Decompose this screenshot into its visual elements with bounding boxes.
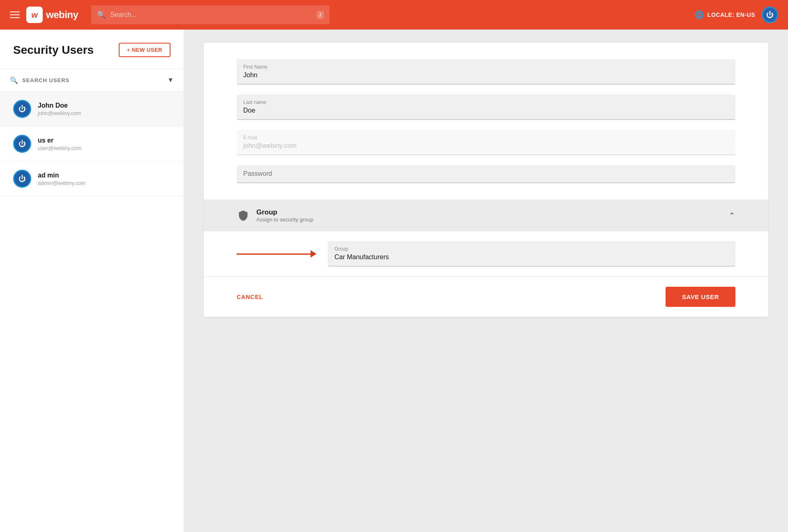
avatar: ⏻ <box>13 135 31 153</box>
group-section-title: Group <box>256 208 313 216</box>
last-name-field[interactable]: Last name <box>237 94 735 120</box>
avatar: ⏻ <box>13 100 31 118</box>
red-arrow-indicator <box>237 250 316 258</box>
email-input[interactable] <box>243 142 729 150</box>
form-footer: CANCEL SAVE USER <box>204 276 768 317</box>
power-button[interactable]: ⏻ <box>762 7 778 23</box>
page-title: Security Users <box>13 44 94 57</box>
password-field-group <box>237 165 735 183</box>
email-label: E-mail <box>243 135 729 140</box>
user-list-item[interactable]: ⏻ John Doe john@webiny.com <box>0 92 184 127</box>
cancel-button[interactable]: CANCEL <box>237 289 263 305</box>
first-name-field[interactable]: First Name <box>237 59 735 85</box>
user-email: john@webiny.com <box>38 110 81 116</box>
search-users-bar[interactable]: 🔍 ▼ <box>0 69 184 92</box>
user-name: us er <box>38 137 81 144</box>
group-dropdown[interactable]: Group Car Manufacturers <box>328 241 735 267</box>
power-icon: ⏻ <box>766 11 774 19</box>
user-list-item[interactable]: ⏻ ad min admin@webiny.com <box>0 161 184 196</box>
last-name-label: Last name <box>243 99 729 105</box>
last-name-input[interactable] <box>243 107 729 114</box>
user-name: ad min <box>38 172 85 179</box>
logo-link[interactable]: w webiny <box>26 7 78 23</box>
top-navigation: w webiny 🔍 / 🌐 LOCALE: EN-US ⏻ <box>0 0 788 30</box>
translate-icon: 🌐 <box>695 10 704 19</box>
chevron-up-icon: ⌃ <box>728 211 735 221</box>
group-field-value: Car Manufacturers <box>334 253 729 261</box>
logo-text: webiny <box>46 9 78 21</box>
group-field-label: Group <box>334 246 729 252</box>
password-input[interactable] <box>243 170 729 177</box>
email-field[interactable]: E-mail <box>237 130 735 155</box>
main-layout: Security Users + NEW USER 🔍 ▼ ⏻ John Doe… <box>0 30 788 532</box>
user-name: John Doe <box>38 102 81 109</box>
user-list-item[interactable]: ⏻ us er user@webiny.com <box>0 127 184 161</box>
search-icon: 🔍 <box>97 10 106 19</box>
avatar: ⏻ <box>13 170 31 188</box>
group-section-header[interactable]: Group Assign to security group ⌃ <box>204 200 768 231</box>
new-user-button[interactable]: + NEW USER <box>119 43 171 57</box>
last-name-field-group: Last name <box>237 94 735 120</box>
save-user-button[interactable]: SAVE USER <box>666 287 735 307</box>
group-field-row: Group Car Manufacturers <box>237 241 735 267</box>
first-name-input[interactable] <box>243 71 729 79</box>
search-users-icon: 🔍 <box>10 76 18 84</box>
sidebar: Security Users + NEW USER 🔍 ▼ ⏻ John Doe… <box>0 30 184 532</box>
filter-icon[interactable]: ▼ <box>167 76 174 84</box>
locale-selector[interactable]: 🌐 LOCALE: EN-US <box>695 10 755 19</box>
email-field-group: E-mail <box>237 130 735 155</box>
user-form-card: First Name Last name E-mail <box>204 43 768 317</box>
group-section: Group Assign to security group ⌃ Group <box>204 200 768 276</box>
user-email: user@webiny.com <box>38 145 81 151</box>
global-search-bar[interactable]: 🔍 / <box>91 5 329 24</box>
main-content: First Name Last name E-mail <box>184 30 788 532</box>
hamburger-menu-button[interactable] <box>10 12 20 18</box>
shield-icon <box>237 209 250 222</box>
logo-icon: w <box>26 7 43 23</box>
logo-letter: w <box>31 10 38 20</box>
password-field[interactable] <box>237 165 735 183</box>
sidebar-header: Security Users + NEW USER <box>0 43 184 69</box>
group-section-subtitle: Assign to security group <box>256 216 313 223</box>
search-input[interactable] <box>110 11 316 18</box>
search-users-input[interactable] <box>22 77 163 83</box>
locale-label: LOCALE: EN-US <box>707 12 755 18</box>
group-body: Group Car Manufacturers <box>204 231 768 276</box>
first-name-label: First Name <box>243 64 729 70</box>
form-fields: First Name Last name E-mail <box>204 43 768 200</box>
user-email: admin@webiny.com <box>38 180 85 186</box>
slash-shortcut: / <box>317 11 324 19</box>
first-name-field-group: First Name <box>237 59 735 85</box>
user-list: ⏻ John Doe john@webiny.com ⏻ us er user@… <box>0 92 184 196</box>
